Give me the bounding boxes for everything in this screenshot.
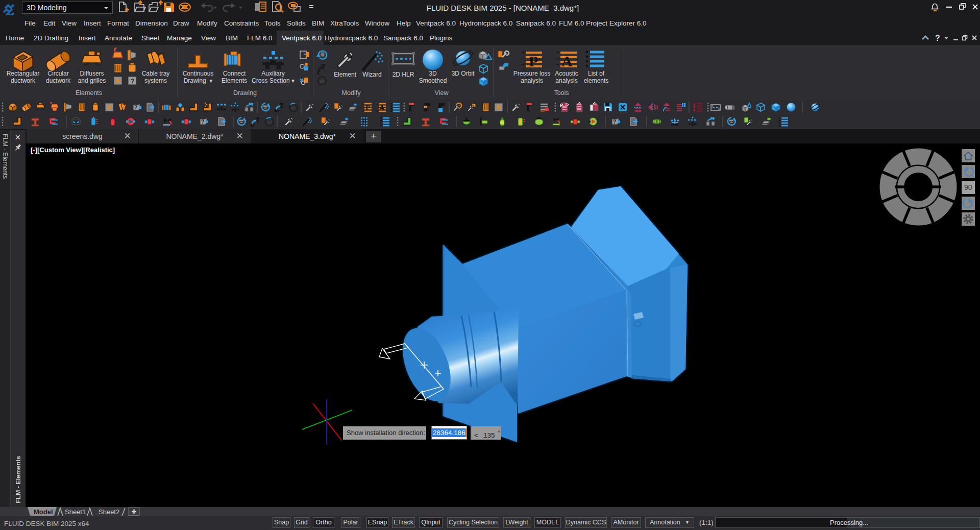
svg-text:+: + (556, 62, 559, 67)
svg-text:+: + (556, 50, 559, 55)
svg-text:?: ? (131, 78, 134, 85)
svg-text:Sheet1: Sheet1 (65, 508, 86, 516)
svg-text:?: ? (935, 34, 940, 42)
svg-text:−: − (522, 56, 524, 61)
svg-text:×: × (522, 67, 525, 72)
svg-text:90: 90 (964, 183, 972, 191)
svg-text:+: + (522, 50, 524, 55)
svg-text:P: P (529, 53, 538, 69)
svg-text:−: − (556, 56, 559, 61)
svg-text:Model: Model (34, 508, 53, 516)
svg-text:90: 90 (320, 79, 324, 84)
svg-text:Sheet2: Sheet2 (99, 508, 119, 516)
svg-text:A: A (561, 53, 573, 69)
